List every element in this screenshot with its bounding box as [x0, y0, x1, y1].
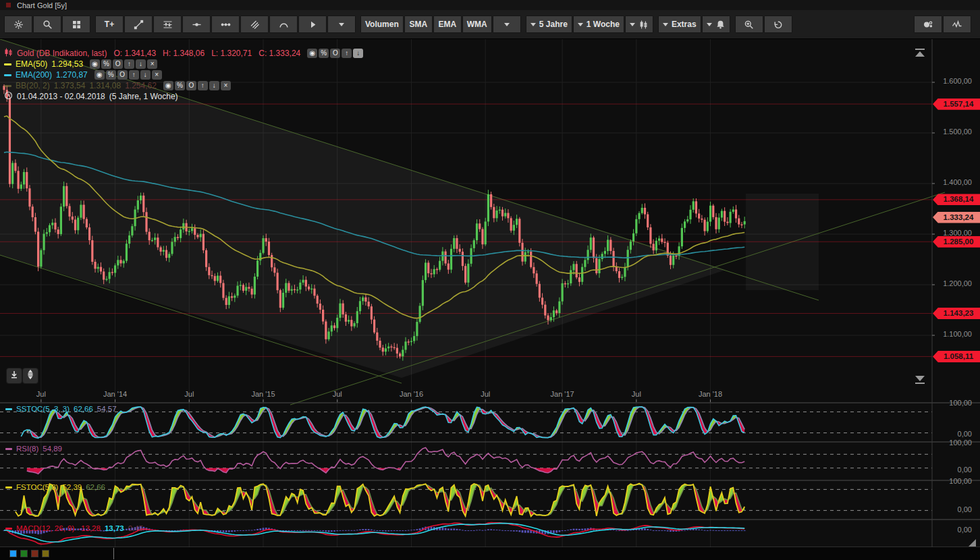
drawing-tools-dropdown[interactable]	[327, 16, 356, 33]
move-up-button[interactable]: ↑	[124, 59, 134, 69]
bubble-chart-button[interactable]	[914, 16, 942, 33]
time-axis-label: Jan '15	[244, 390, 282, 398]
panel-resize-handle[interactable]	[969, 539, 976, 547]
chevron-down-icon	[707, 23, 712, 26]
remove-button[interactable]: ×	[147, 59, 157, 69]
triangle-up-icon	[915, 51, 925, 57]
bb-upper-value: 1.373,54	[54, 81, 86, 90]
arc-icon	[279, 20, 289, 30]
origin-button[interactable]: O	[117, 70, 128, 80]
percent-scale-button[interactable]: %	[101, 59, 111, 69]
visibility-button[interactable]: ◉	[163, 81, 173, 90]
panel-swatch-green[interactable]	[20, 550, 28, 557]
pointer-tool-button[interactable]	[298, 16, 327, 33]
chart-application-window: Chart Gold [5y] T+ Volumen SMA EMA WMA	[0, 0, 980, 560]
title-bar: Chart Gold [5y]	[0, 0, 980, 10]
price-axis-label: 1.400,00	[935, 178, 972, 186]
extras-label: Extras	[672, 20, 697, 29]
horizontal-line-icon	[192, 20, 202, 30]
chart-type-dropdown[interactable]	[625, 16, 653, 33]
ema-button[interactable]: EMA	[433, 16, 462, 33]
chart-search-button[interactable]	[33, 16, 61, 33]
time-axis-label: Jul	[466, 390, 504, 398]
sstoc-panel-label: SSTOC(5, 3, 3) 62,66 54,57	[5, 405, 117, 413]
move-up-button[interactable]: ↑	[342, 49, 352, 58]
gold-candle-icon	[4, 48, 13, 59]
search-icon	[43, 20, 53, 30]
footer-divider	[113, 548, 114, 559]
origin-button[interactable]: O	[186, 81, 196, 90]
percent-scale-button[interactable]: %	[106, 70, 116, 80]
arc-tool-button[interactable]	[269, 16, 298, 33]
time-axis-label: Jan '17	[543, 390, 581, 398]
visibility-button[interactable]: ◉	[94, 70, 105, 80]
alerts-dropdown[interactable]	[702, 16, 730, 33]
remove-button[interactable]: ×	[221, 81, 231, 90]
layout-button[interactable]	[62, 16, 90, 33]
price-axis-label: 1.600,00	[935, 77, 972, 85]
retracement-tool-button[interactable]	[153, 16, 182, 33]
sma-button[interactable]: SMA	[404, 16, 433, 33]
indicator-dropdown[interactable]	[493, 16, 521, 33]
range-dropdown[interactable]: 5 Jahre	[526, 16, 572, 33]
dotted-line-tool-button[interactable]	[211, 16, 240, 33]
price-alert-flag[interactable]: 1.557,14	[933, 99, 980, 110]
time-axis-label: Jul	[319, 390, 356, 398]
move-panel-down-button[interactable]	[6, 368, 22, 384]
bell-icon	[715, 20, 726, 30]
price-alert-flag[interactable]: 1.058,11	[933, 351, 980, 362]
candlestick-icon	[638, 20, 649, 30]
auto-scale-button[interactable]	[22, 368, 38, 384]
move-down-button[interactable]: ↓	[140, 70, 151, 80]
price-scroll-up-button[interactable]	[915, 47, 925, 57]
macd-value: -13,28	[78, 524, 101, 532]
move-down-button[interactable]: ↓	[209, 81, 219, 90]
percent-scale-button[interactable]: %	[319, 49, 329, 58]
zoom-in-button[interactable]	[735, 16, 763, 33]
triangle-down-icon	[915, 376, 925, 381]
move-down-button[interactable]: ↓	[353, 49, 363, 58]
instrument-name: Gold (DB Indikation, last)	[17, 49, 107, 58]
time-axis-label: Jan '14	[97, 390, 134, 398]
footer-bar	[0, 547, 980, 560]
horizontal-line-tool-button[interactable]	[182, 16, 211, 33]
eraser-tool-button[interactable]	[240, 16, 269, 33]
price-alert-flag[interactable]: 1.143,23	[933, 308, 980, 319]
panel-swatch-olive[interactable]	[42, 550, 49, 557]
ema50-value: 1.294,53	[51, 59, 83, 69]
visibility-button[interactable]: ◉	[90, 59, 100, 69]
sstoc-value-k: 62,66	[74, 405, 93, 413]
undo-icon	[773, 20, 783, 30]
panel-swatch-darkred[interactable]	[31, 550, 38, 557]
text-tool-button[interactable]: T+	[95, 16, 124, 33]
time-axis-label: Jan '18	[692, 390, 730, 398]
extras-dropdown[interactable]: Extras	[658, 16, 701, 33]
percent-scale-button[interactable]: %	[175, 81, 185, 90]
origin-button[interactable]: O	[330, 49, 340, 58]
interval-label: 1 Woche	[587, 20, 620, 29]
remove-button[interactable]: ×	[152, 70, 162, 80]
trendline-icon	[134, 20, 144, 30]
wma-button[interactable]: WMA	[462, 16, 492, 33]
fstoc-panel-label: FSTOC(5,3) 52,39 62,66	[5, 483, 105, 491]
undo-button[interactable]	[764, 16, 792, 33]
rsi-panel-label: RSI(8) 54,89	[5, 445, 62, 453]
move-up-button[interactable]: ↑	[198, 81, 208, 90]
visibility-button[interactable]: ◉	[307, 49, 317, 58]
volume-button[interactable]: Volumen	[360, 16, 404, 33]
price-alert-flag[interactable]: 1.285,00	[933, 236, 980, 248]
line-chart-button[interactable]	[943, 16, 971, 33]
panel-swatch-blue[interactable]	[9, 550, 17, 557]
price-alert-flag[interactable]: 1.368,14	[933, 194, 980, 205]
trendline-tool-button[interactable]	[124, 16, 153, 33]
macd-signal-value: 13,73	[105, 524, 124, 532]
move-down-button[interactable]: ↓	[136, 59, 146, 69]
price-scroll-down-button[interactable]	[915, 376, 925, 385]
price-axis-label: 1.300,00	[935, 229, 972, 237]
settings-button[interactable]	[4, 16, 32, 33]
move-up-button[interactable]: ↑	[129, 70, 139, 80]
interval-dropdown[interactable]: 1 Woche	[573, 16, 624, 33]
indicator-axis-label: 100,00	[935, 477, 972, 485]
chart-legend: Gold (DB Indikation, last) O: 1.341,43 H…	[4, 48, 363, 102]
origin-button[interactable]: O	[113, 59, 123, 69]
